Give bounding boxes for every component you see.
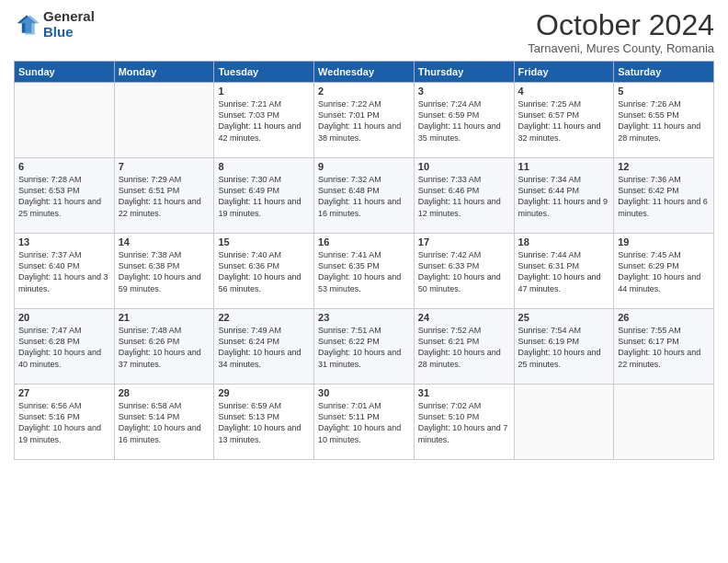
table-row: 25 Sunrise: 7:54 AM Sunset: 6:19 PM Dayl… [514, 309, 614, 385]
table-row [514, 385, 614, 460]
day-number: 14 [119, 236, 210, 247]
table-row: 2 Sunrise: 7:22 AM Sunset: 7:01 PM Dayli… [314, 83, 415, 158]
day-number: 1 [218, 86, 310, 97]
cell-content: Sunrise: 7:24 AM Sunset: 6:59 PM Dayligh… [418, 98, 510, 144]
day-number: 15 [218, 236, 310, 247]
sunrise: Sunrise: 7:22 AM [318, 99, 381, 109]
sunset: Sunset: 6:51 PM [119, 186, 180, 195]
cell-content: Sunrise: 6:59 AM Sunset: 5:13 PM Dayligh… [218, 400, 310, 445]
cell-content: Sunrise: 7:41 AM Sunset: 6:35 PM Dayligh… [318, 249, 410, 294]
table-row: 23 Sunrise: 7:51 AM Sunset: 6:22 PM Dayl… [314, 309, 415, 385]
day-number: 8 [218, 161, 310, 172]
sunrise: Sunrise: 7:40 AM [218, 250, 281, 259]
cell-content: Sunrise: 6:58 AM Sunset: 5:14 PM Dayligh… [119, 400, 210, 445]
daylight: Daylight: 10 hours and 53 minutes. [318, 272, 401, 293]
sunrise: Sunrise: 7:24 AM [418, 99, 482, 109]
sunrise: Sunrise: 7:01 AM [318, 401, 381, 410]
day-number: 2 [318, 86, 410, 97]
sunrise: Sunrise: 6:58 AM [119, 401, 182, 410]
cell-content: Sunrise: 7:26 AM Sunset: 6:55 PM Dayligh… [618, 98, 710, 144]
col-friday: Friday [514, 62, 614, 83]
sunset: Sunset: 6:44 PM [518, 186, 580, 195]
sunset: Sunset: 5:13 PM [218, 412, 279, 421]
sunset: Sunset: 6:24 PM [218, 337, 279, 346]
day-number: 5 [618, 86, 710, 97]
week-row-2: 13 Sunrise: 7:37 AM Sunset: 6:40 PM Dayl… [15, 234, 714, 309]
sunset: Sunset: 6:59 PM [418, 110, 480, 120]
sunset: Sunset: 5:10 PM [418, 412, 480, 421]
sunset: Sunset: 6:19 PM [518, 337, 580, 346]
table-row: 4 Sunrise: 7:25 AM Sunset: 6:57 PM Dayli… [514, 83, 614, 158]
daylight: Daylight: 11 hours and 9 minutes. [518, 197, 609, 217]
logo-icon [14, 12, 40, 38]
sunrise: Sunrise: 6:56 AM [18, 401, 82, 410]
daylight: Daylight: 10 hours and 31 minutes. [318, 348, 401, 368]
day-number: 10 [418, 161, 510, 172]
week-row-1: 6 Sunrise: 7:28 AM Sunset: 6:53 PM Dayli… [15, 158, 714, 234]
table-row: 14 Sunrise: 7:38 AM Sunset: 6:38 PM Dayl… [114, 234, 214, 309]
cell-content: Sunrise: 7:44 AM Sunset: 6:31 PM Dayligh… [518, 249, 610, 294]
day-number: 23 [318, 312, 410, 323]
table-row [15, 83, 115, 158]
daylight: Daylight: 11 hours and 22 minutes. [119, 197, 201, 217]
table-row: 7 Sunrise: 7:29 AM Sunset: 6:51 PM Dayli… [114, 158, 214, 234]
table-row: 24 Sunrise: 7:52 AM Sunset: 6:21 PM Dayl… [414, 309, 514, 385]
sunrise: Sunrise: 7:41 AM [318, 250, 381, 259]
cell-content: Sunrise: 7:01 AM Sunset: 5:11 PM Dayligh… [318, 400, 410, 445]
day-number: 26 [618, 312, 710, 323]
col-tuesday: Tuesday [214, 62, 314, 83]
daylight: Daylight: 11 hours and 16 minutes. [318, 197, 401, 217]
table-row: 15 Sunrise: 7:40 AM Sunset: 6:36 PM Dayl… [214, 234, 314, 309]
sunrise: Sunrise: 7:51 AM [318, 326, 381, 335]
cell-content: Sunrise: 7:52 AM Sunset: 6:21 PM Dayligh… [418, 325, 510, 370]
day-number: 13 [18, 236, 110, 247]
week-row-3: 20 Sunrise: 7:47 AM Sunset: 6:28 PM Dayl… [15, 309, 714, 385]
sunrise: Sunrise: 7:38 AM [119, 250, 182, 259]
sunrise: Sunrise: 7:36 AM [618, 175, 681, 184]
daylight: Daylight: 10 hours and 47 minutes. [518, 272, 601, 293]
logo: General Blue [14, 9, 95, 40]
daylight: Daylight: 10 hours and 59 minutes. [119, 272, 201, 293]
table-row: 3 Sunrise: 7:24 AM Sunset: 6:59 PM Dayli… [414, 83, 514, 158]
calendar: Sunday Monday Tuesday Wednesday Thursday… [14, 61, 714, 460]
daylight: Daylight: 11 hours and 3 minutes. [18, 272, 108, 293]
table-row [114, 83, 214, 158]
day-number: 22 [218, 312, 310, 323]
table-row: 10 Sunrise: 7:33 AM Sunset: 6:46 PM Dayl… [414, 158, 514, 234]
sunrise: Sunrise: 7:49 AM [218, 326, 281, 335]
logo-blue: Blue [43, 25, 95, 40]
cell-content: Sunrise: 7:51 AM Sunset: 6:22 PM Dayligh… [318, 325, 410, 370]
sunset: Sunset: 6:31 PM [518, 261, 580, 270]
col-saturday: Saturday [614, 62, 714, 83]
daylight: Daylight: 10 hours and 25 minutes. [518, 348, 601, 368]
sunrise: Sunrise: 7:25 AM [518, 99, 582, 109]
sunset: Sunset: 6:55 PM [618, 110, 679, 120]
cell-content: Sunrise: 7:54 AM Sunset: 6:19 PM Dayligh… [518, 325, 610, 370]
day-number: 29 [218, 387, 310, 398]
day-number: 12 [618, 161, 710, 172]
table-row: 12 Sunrise: 7:36 AM Sunset: 6:42 PM Dayl… [614, 158, 714, 234]
sunset: Sunset: 5:11 PM [318, 412, 380, 421]
sunrise: Sunrise: 7:55 AM [618, 326, 681, 335]
day-number: 25 [518, 312, 610, 323]
day-number: 16 [318, 236, 410, 247]
header-row: Sunday Monday Tuesday Wednesday Thursday… [15, 62, 714, 83]
day-number: 28 [119, 387, 210, 398]
sunrise: Sunrise: 7:44 AM [518, 250, 582, 259]
sunset: Sunset: 6:35 PM [318, 261, 380, 270]
table-row: 22 Sunrise: 7:49 AM Sunset: 6:24 PM Dayl… [214, 309, 314, 385]
sunrise: Sunrise: 7:45 AM [618, 250, 681, 259]
sunset: Sunset: 6:57 PM [518, 110, 580, 120]
day-number: 11 [518, 161, 610, 172]
col-wednesday: Wednesday [314, 62, 415, 83]
cell-content: Sunrise: 7:29 AM Sunset: 6:51 PM Dayligh… [119, 174, 210, 219]
col-sunday: Sunday [15, 62, 115, 83]
sunrise: Sunrise: 7:48 AM [119, 326, 182, 335]
sunset: Sunset: 6:28 PM [18, 337, 80, 346]
table-row: 13 Sunrise: 7:37 AM Sunset: 6:40 PM Dayl… [15, 234, 115, 309]
daylight: Daylight: 10 hours and 10 minutes. [318, 423, 401, 443]
cell-content: Sunrise: 7:42 AM Sunset: 6:33 PM Dayligh… [418, 249, 510, 294]
sunrise: Sunrise: 7:02 AM [418, 401, 482, 410]
table-row: 21 Sunrise: 7:48 AM Sunset: 6:26 PM Dayl… [114, 309, 214, 385]
daylight: Daylight: 10 hours and 56 minutes. [218, 272, 301, 293]
